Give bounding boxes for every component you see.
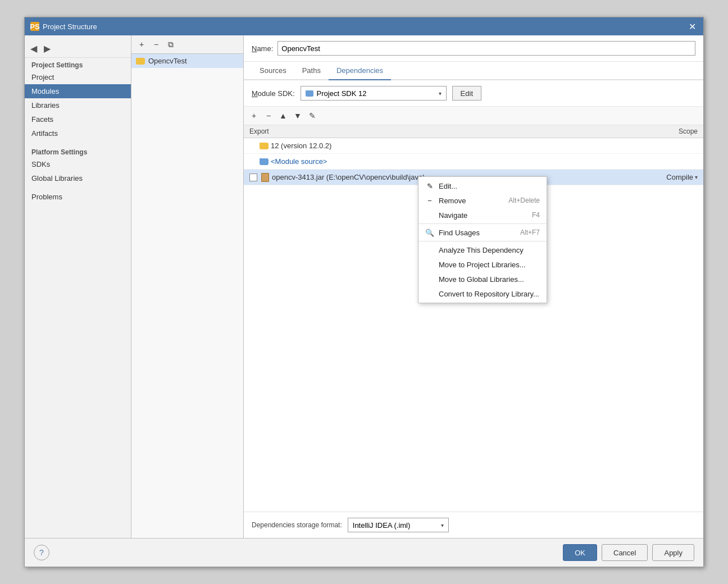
tab-sources[interactable]: Sources	[252, 62, 294, 80]
ctx-remove-label: Remove	[439, 197, 466, 205]
context-menu: ✎ Edit... − Remove Alt+Delete	[418, 176, 547, 303]
name-bar: Name:	[244, 35, 703, 62]
module-panel: + − ⧉ OpencvTest	[131, 35, 244, 538]
sidebar-item-project[interactable]: Project	[25, 70, 131, 84]
sdk-select[interactable]: Project SDK 12 ▾	[301, 86, 447, 101]
module-toolbar: + − ⧉	[131, 35, 243, 54]
add-module-button[interactable]: +	[135, 38, 148, 51]
storage-select[interactable]: IntelliJ IDEA (.iml) ▾	[348, 518, 449, 532]
content-area: Module SDK: Project SDK 12 ▾ Edit + − ▲ …	[244, 80, 703, 538]
copy-module-button[interactable]: ⧉	[164, 38, 178, 51]
remove-ctx-icon: −	[425, 196, 434, 205]
tabs-bar: Sources Paths Dependencies	[244, 62, 703, 80]
ok-button[interactable]: OK	[563, 544, 597, 561]
ctx-separator-1	[418, 223, 547, 224]
ctx-edit-label: Edit...	[439, 182, 457, 190]
ctx-item-analyze[interactable]: Analyze This Dependency	[418, 243, 547, 257]
dialog-body: ◀ ▶ Project Settings Project Modules Lib…	[25, 35, 703, 538]
sdk-folder-icon	[306, 90, 313, 97]
ctx-item-find-usages[interactable]: 🔍 Find Usages Alt+F7	[418, 225, 547, 240]
sidebar-item-sdks[interactable]: SDKs	[25, 157, 131, 171]
edit-dep-button[interactable]: ✎	[306, 109, 319, 122]
platform-settings-label: Platform Settings	[25, 145, 131, 157]
export-col-header: Export	[249, 127, 641, 135]
dep-scope: Compile ▾	[653, 173, 698, 181]
ctx-find-usages-label: Find Usages	[439, 229, 480, 237]
sidebar-item-artifacts[interactable]: Artifacts	[25, 126, 131, 140]
ctx-item-convert[interactable]: Convert to Repository Library...	[418, 286, 547, 301]
main-content: Name: Sources Paths Dependencies Module …	[244, 35, 703, 538]
dialog-footer: ? OK Cancel Apply	[25, 538, 703, 567]
remove-dep-button[interactable]: −	[262, 109, 275, 122]
sidebar-item-problems[interactable]: Problems	[25, 190, 131, 204]
dep-folder-icon	[260, 142, 269, 150]
dep-table-header: Export Scope	[244, 125, 703, 138]
dep-row[interactable]: <Module source>	[244, 154, 703, 170]
cancel-button[interactable]: Cancel	[602, 544, 648, 561]
analyze-ctx-icon	[425, 245, 434, 254]
sdk-label: Module SDK:	[252, 89, 295, 98]
storage-select-text: IntelliJ IDEA (.iml)	[353, 521, 438, 530]
title-bar: PS Project Structure ✕	[25, 17, 703, 35]
name-label: Name:	[252, 44, 273, 53]
dep-folder-blue-icon	[260, 157, 269, 166]
name-input[interactable]	[277, 41, 695, 56]
back-button[interactable]: ◀	[28, 42, 39, 55]
sidebar: ◀ ▶ Project Settings Project Modules Lib…	[25, 35, 131, 538]
ctx-item-move-global[interactable]: Move to Global Libraries...	[418, 272, 547, 286]
module-item-label: OpencvTest	[148, 57, 187, 65]
find-usages-ctx-icon: 🔍	[425, 228, 434, 237]
ctx-remove-shortcut: Alt+Delete	[508, 197, 540, 204]
ctx-item-navigate[interactable]: Navigate F4	[418, 208, 547, 222]
move-project-ctx-icon	[425, 260, 434, 269]
sidebar-item-global-libraries[interactable]: Global Libraries	[25, 171, 131, 185]
tab-dependencies[interactable]: Dependencies	[329, 62, 391, 80]
module-list: OpencvTest	[131, 54, 243, 538]
module-item[interactable]: OpencvTest	[131, 54, 243, 68]
ctx-move-project-label: Move to Project Libraries...	[439, 261, 526, 269]
ctx-item-move-project[interactable]: Move to Project Libraries...	[418, 257, 547, 272]
ctx-analyze-label: Analyze This Dependency	[439, 246, 524, 254]
module-folder-icon	[136, 58, 145, 65]
ctx-navigate-shortcut: F4	[532, 211, 540, 219]
scope-dropdown-arrow[interactable]: ▾	[695, 174, 698, 180]
apply-button[interactable]: Apply	[652, 544, 694, 561]
edit-ctx-icon: ✎	[425, 181, 434, 190]
move-up-dep-button[interactable]: ▲	[276, 109, 290, 122]
sdk-row: Module SDK: Project SDK 12 ▾ Edit	[244, 80, 703, 107]
storage-label: Dependencies storage format:	[252, 521, 342, 529]
move-down-dep-button[interactable]: ▼	[291, 109, 304, 122]
sdk-dropdown-arrow: ▾	[439, 90, 442, 97]
sidebar-item-modules[interactable]: Modules	[25, 84, 131, 98]
dep-row-text: <Module source>	[271, 157, 698, 166]
ctx-item-remove[interactable]: − Remove Alt+Delete	[418, 193, 547, 208]
close-button[interactable]: ✕	[686, 21, 698, 32]
ctx-move-global-label: Move to Global Libraries...	[439, 275, 524, 284]
title-bar-left: PS Project Structure	[30, 22, 97, 31]
remove-module-button[interactable]: −	[149, 38, 163, 51]
help-button[interactable]: ?	[34, 545, 49, 560]
navigate-ctx-icon	[425, 211, 434, 220]
dep-row-text: 12 (version 12.0.2)	[271, 142, 698, 150]
ctx-separator-2	[418, 241, 547, 241]
tab-paths[interactable]: Paths	[294, 62, 329, 80]
app-icon: PS	[30, 22, 39, 31]
ctx-convert-label: Convert to Repository Library...	[439, 290, 539, 298]
sdk-edit-button[interactable]: Edit	[452, 86, 481, 101]
convert-ctx-icon	[425, 289, 434, 298]
storage-dropdown-arrow: ▾	[441, 522, 444, 528]
sidebar-item-facets[interactable]: Facets	[25, 112, 131, 126]
dialog-title: Project Structure	[43, 22, 97, 31]
dep-jar-icon	[261, 173, 270, 182]
add-dep-button[interactable]: +	[247, 109, 261, 122]
forward-button[interactable]: ▶	[42, 42, 53, 55]
sidebar-item-libraries[interactable]: Libraries	[25, 98, 131, 112]
scope-col-header: Scope	[641, 127, 698, 135]
dep-checkbox[interactable]	[249, 174, 257, 181]
ctx-item-edit[interactable]: ✎ Edit...	[418, 179, 547, 193]
dep-rows: 12 (version 12.0.2) <Module source>	[244, 138, 703, 512]
dep-toolbar: + − ▲ ▼ ✎	[244, 107, 703, 125]
move-global-ctx-icon	[425, 275, 434, 284]
ctx-find-usages-shortcut: Alt+F7	[520, 229, 540, 236]
dep-row[interactable]: 12 (version 12.0.2)	[244, 138, 703, 154]
